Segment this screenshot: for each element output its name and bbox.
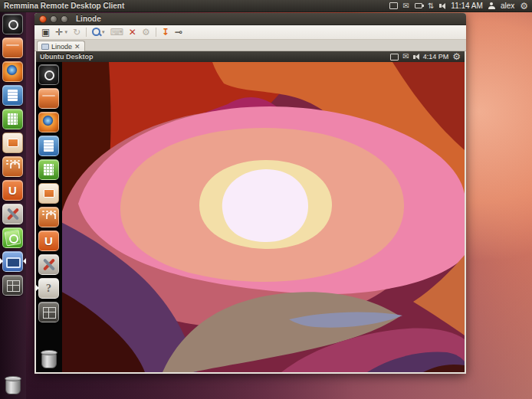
grab-keyboard-button[interactable]: ⌨	[110, 28, 123, 37]
launcher-item-system-settings[interactable]	[2, 204, 23, 224]
tab-label: Linode	[51, 43, 72, 51]
launcher-item-libreoffice-calc[interactable]	[2, 109, 23, 129]
mail-icon[interactable]: ✉	[403, 2, 409, 10]
focused-app-indicator-right	[23, 258, 26, 264]
remote-panel-title: Ubuntu Desktop	[40, 53, 94, 61]
disconnect-button[interactable]: ⊸	[175, 28, 182, 37]
remote-ubuntu-one-letter: U	[39, 234, 58, 247]
system-tray: ✉ ⇅ 11:14 AM alex ⚙	[389, 2, 528, 11]
remote-launcher-item-home-folder[interactable]	[38, 88, 59, 109]
launcher-item-ubuntu-one[interactable]: U	[2, 180, 23, 201]
tab-linode[interactable]: Linode ✕	[37, 41, 85, 51]
question-mark-glyph: ?	[39, 283, 58, 295]
toggle-fullscreen-button[interactable]: ▣	[41, 28, 50, 37]
tab-close-icon[interactable]: ✕	[74, 43, 80, 51]
battery-icon[interactable]	[415, 3, 422, 8]
remote-system-tray: ✉ 4:14 PM ⚙	[390, 52, 461, 61]
remote-launcher-item-system-settings[interactable]	[38, 254, 59, 275]
minimize-window-button[interactable]: ↧	[162, 28, 169, 37]
connection-tab-bar: Linode ✕	[34, 40, 466, 51]
remote-launcher-item-libreoffice-calc[interactable]	[38, 159, 59, 180]
toolbar-separator	[156, 28, 156, 37]
remote-launcher-item-unknown-window[interactable]: ?	[38, 278, 59, 299]
scaled-mode-button[interactable]	[92, 28, 100, 38]
remote-launcher-item-libreoffice-impress[interactable]	[38, 183, 59, 204]
remote-wallpaper	[36, 62, 465, 372]
remote-desktop-view[interactable]: Ubuntu Desktop ✉ 4:14 PM ⚙ U	[34, 51, 466, 374]
window-titlebar[interactable]: Linode	[34, 13, 466, 25]
remmina-tray-icon[interactable]	[389, 2, 398, 9]
unity-launcher: U	[0, 12, 26, 399]
session-gear-icon[interactable]: ⚙	[520, 2, 528, 11]
volume-icon[interactable]	[439, 3, 445, 9]
remote-remmina-tray-icon[interactable]	[390, 54, 399, 61]
minimize-button[interactable]	[50, 15, 57, 23]
remote-running-app-indicator	[36, 285, 39, 291]
tools-button[interactable]: ✕	[129, 28, 136, 37]
remote-launcher-item-ubuntu-one[interactable]: U	[38, 231, 59, 251]
remote-launcher-item-firefox[interactable]	[38, 112, 59, 132]
launcher-item-remmina[interactable]	[2, 251, 23, 272]
launcher-item-home-folder[interactable]	[2, 38, 23, 58]
launcher-item-trash[interactable]	[2, 374, 23, 395]
user-menu[interactable]: alex	[501, 2, 514, 10]
top-panel: Remmina Remote Desktop Client ✉ ⇅ 11:14 …	[0, 0, 532, 12]
launcher-item-firefox[interactable]	[2, 61, 23, 82]
active-app-title: Remmina Remote Desktop Client	[4, 2, 124, 10]
switch-page-button[interactable]: ↻	[73, 28, 80, 37]
toolbar-separator	[86, 28, 87, 37]
desktop: Remmina Remote Desktop Client ✉ ⇅ 11:14 …	[0, 0, 532, 399]
window-title: Linode	[76, 15, 101, 23]
launcher-item-libreoffice-impress[interactable]	[2, 132, 23, 153]
maximize-button[interactable]	[61, 15, 68, 23]
launcher-item-software-center[interactable]	[2, 156, 23, 177]
remote-mail-icon[interactable]: ✉	[402, 53, 409, 61]
magnifier-icon	[92, 28, 100, 36]
remote-launcher-item-libreoffice-writer[interactable]	[38, 136, 59, 156]
remote-launcher-item-dash-home[interactable]	[38, 64, 59, 85]
close-button[interactable]	[39, 15, 47, 23]
ubuntu-one-letter: U	[3, 184, 22, 197]
remote-clock[interactable]: 4:14 PM	[423, 53, 449, 61]
remote-top-panel: Ubuntu Desktop ✉ 4:14 PM ⚙	[36, 51, 465, 62]
connection-toolbar: ▣ ✛ ▾ ↻ ▾ ⌨ ✕ ⚙ ↧ ⊸	[34, 25, 466, 40]
launcher-item-software-center-green[interactable]	[2, 227, 23, 248]
fit-window-button[interactable]: ✛	[55, 28, 63, 37]
network-icon[interactable]: ⇅	[428, 2, 434, 10]
remote-volume-icon[interactable]	[413, 54, 419, 60]
launcher-item-dash-home[interactable]	[2, 14, 23, 34]
fit-dropdown-caret[interactable]: ▾	[64, 30, 67, 35]
remote-unity-launcher: U ?	[36, 62, 62, 372]
focused-app-indicator-left	[0, 258, 3, 264]
launcher-item-workspace-switcher[interactable]	[2, 275, 23, 296]
remote-launcher-item-workspace-switcher[interactable]	[38, 302, 59, 322]
remote-launcher-item-software-center[interactable]	[38, 207, 59, 227]
remote-session-gear-icon[interactable]: ⚙	[452, 52, 461, 61]
remote-launcher-item-trash[interactable]	[38, 348, 59, 369]
tab-monitor-icon	[41, 44, 49, 50]
clock[interactable]: 11:14 AM	[451, 2, 483, 10]
remmina-window: Linode ▣ ✛ ▾ ↻ ▾ ⌨ ✕ ⚙ ↧ ⊸ Linode ✕	[34, 13, 466, 374]
launcher-item-libreoffice-writer[interactable]	[2, 85, 23, 106]
user-icon[interactable]	[488, 2, 495, 9]
scaled-dropdown-caret[interactable]: ▾	[102, 30, 105, 35]
preferences-button[interactable]: ⚙	[142, 28, 150, 37]
